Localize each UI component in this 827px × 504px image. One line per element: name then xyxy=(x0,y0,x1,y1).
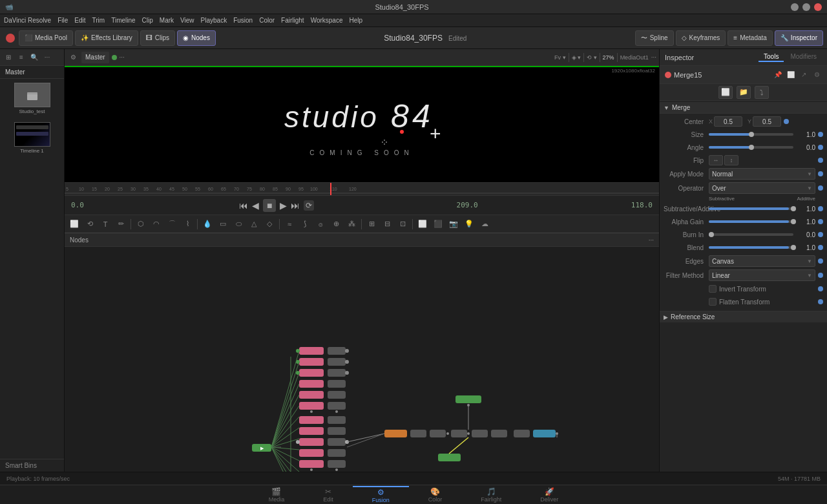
path-tool[interactable]: ⌾ xyxy=(313,217,328,231)
menu-davinci[interactable]: DaVinci Resolve xyxy=(4,17,51,24)
nav-edit[interactable]: ✂ Edit xyxy=(304,487,353,503)
spline-btn[interactable]: 〜 Spline xyxy=(635,30,674,46)
operator-dot[interactable] xyxy=(818,185,823,191)
blend-dot[interactable] xyxy=(818,245,823,250)
connect-tool[interactable]: ⟆ xyxy=(298,217,312,231)
merge-section-header[interactable]: ▼ Merge xyxy=(660,102,827,114)
nav-color[interactable]: 🎨 Color xyxy=(409,487,462,503)
paint-tool[interactable]: ✏ xyxy=(114,217,128,231)
3d-tool[interactable]: ⬜ xyxy=(415,217,430,231)
more-btn[interactable]: ··· xyxy=(41,52,53,63)
fog-tool[interactable]: ☁ xyxy=(477,217,492,231)
apply-mode-dot[interactable] xyxy=(818,171,823,176)
flip-h-btn[interactable]: ↔ xyxy=(709,155,723,165)
viewer-out-more[interactable]: ··· xyxy=(651,54,656,61)
inspector-modifiers-tab[interactable]: Modifiers xyxy=(785,52,822,62)
menu-file[interactable]: File xyxy=(58,17,68,24)
media-item-timeline[interactable]: Timeline 1 xyxy=(0,118,64,158)
viewer-zoom-label[interactable]: 27% xyxy=(603,54,614,61)
text-tool[interactable]: T xyxy=(98,217,112,231)
camera-tool[interactable]: 📷 xyxy=(446,217,461,231)
close-btn[interactable] xyxy=(814,3,822,11)
keyframes-btn[interactable]: ◇ Keyframes xyxy=(676,30,726,46)
rect-tool[interactable]: ▭ xyxy=(216,217,230,231)
inspector-transform-icon1[interactable]: ⬜ xyxy=(718,86,733,99)
tracker-tool[interactable]: ⊕ xyxy=(329,217,343,231)
inspector-export-btn[interactable]: ↗ xyxy=(799,70,809,80)
color-tool[interactable]: 💧 xyxy=(200,217,215,231)
menu-fairlight[interactable]: Fairlight xyxy=(281,17,304,24)
flatten-dot[interactable] xyxy=(818,299,823,304)
ruler-tool[interactable]: ⊟ xyxy=(380,217,394,231)
menu-fusion[interactable]: Fusion xyxy=(233,17,253,24)
paint-stroke-tool[interactable]: ⌇ xyxy=(180,217,194,231)
apply-mode-dropdown[interactable]: Normal ▼ xyxy=(709,168,815,180)
inspector-scroll[interactable]: ▼ Merge Center X Y S xyxy=(660,101,827,472)
inspector-transform-icon2[interactable]: 📁 xyxy=(737,86,751,99)
flatten-checkbox[interactable] xyxy=(709,298,717,306)
filter-method-dot[interactable] xyxy=(818,273,823,278)
invert-dot[interactable] xyxy=(818,286,823,291)
menu-color[interactable]: Color xyxy=(259,17,275,24)
inspector-transform-icon3[interactable]: ⤵ xyxy=(755,86,769,99)
viewer-settings-icon[interactable]: ⚙ xyxy=(67,52,79,63)
select-tool[interactable]: ⬜ xyxy=(67,217,81,231)
particle-tool[interactable]: ⁂ xyxy=(344,217,359,231)
media-item-studio[interactable]: Studio_test xyxy=(0,79,64,118)
sub-add-dot[interactable] xyxy=(818,206,823,211)
clips-btn[interactable]: 🎞 Clips xyxy=(140,30,175,46)
stop-btn[interactable]: ■ xyxy=(263,199,276,212)
menu-trim[interactable]: Trim xyxy=(92,17,105,24)
overlay-tool[interactable]: ⊡ xyxy=(395,217,410,231)
center-dot[interactable] xyxy=(784,119,789,124)
metadata-btn[interactable]: ≡ Metadata xyxy=(728,30,773,46)
polygon-tool[interactable]: ⬡ xyxy=(134,217,148,231)
menu-workspace[interactable]: Workspace xyxy=(311,17,343,24)
inspector-copy-btn[interactable]: ⬜ xyxy=(786,70,796,80)
nav-fairlight[interactable]: 🎵 Fairlight xyxy=(461,487,521,503)
edges-dot[interactable] xyxy=(818,258,823,264)
menu-edit[interactable]: Edit xyxy=(74,17,85,24)
invert-checkbox[interactable] xyxy=(709,285,717,293)
merge-3d-tool[interactable]: ⬛ xyxy=(431,217,445,231)
list-view-btn[interactable]: ≡ xyxy=(16,52,27,63)
transform-tool[interactable]: ⟲ xyxy=(83,217,97,231)
size-dot[interactable] xyxy=(818,132,823,137)
bezier-tool[interactable]: ◠ xyxy=(149,217,163,231)
nodes-btn[interactable]: ◉ Nodes xyxy=(177,30,216,46)
grid-tool[interactable]: ⊞ xyxy=(364,217,379,231)
inspector-settings-btn[interactable]: ⚙ xyxy=(811,70,822,80)
menu-mark[interactable]: Mark xyxy=(160,17,174,24)
burn-in-dot[interactable] xyxy=(818,232,823,237)
center-x-input[interactable] xyxy=(714,116,742,127)
effects-library-btn[interactable]: ✨ Effects Library xyxy=(75,30,138,46)
filter-method-dropdown[interactable]: Linear ▼ xyxy=(709,269,815,281)
go-end-btn[interactable]: ⏭ xyxy=(291,200,300,211)
operator-dropdown[interactable]: Over ▼ xyxy=(709,182,815,194)
grid-view-btn[interactable]: ⊞ xyxy=(3,52,14,63)
triangle-tool[interactable]: △ xyxy=(247,217,261,231)
angle-dot[interactable] xyxy=(818,145,823,150)
bspline-tool[interactable]: ⌒ xyxy=(165,217,179,231)
menu-timeline[interactable]: Timeline xyxy=(111,17,135,24)
inspector-tools-tab[interactable]: Tools xyxy=(759,52,784,62)
flip-dot[interactable] xyxy=(818,158,823,163)
viewer-more-btn[interactable]: ··· xyxy=(120,54,125,61)
nav-media[interactable]: 🎬 Media xyxy=(249,487,304,503)
media-pool-btn[interactable]: ⬛ Media Pool xyxy=(19,30,73,46)
light-tool[interactable]: 💡 xyxy=(462,217,476,231)
search-btn[interactable]: 🔍 xyxy=(28,52,40,63)
ellipse-tool[interactable]: ⬭ xyxy=(231,217,246,231)
nodes-more-btn[interactable]: ··· xyxy=(649,236,654,244)
diamond-tool[interactable]: ◇ xyxy=(262,217,277,231)
maximize-btn[interactable] xyxy=(802,3,810,11)
nodes-canvas[interactable]: ▶ xyxy=(65,247,659,472)
flip-v-btn[interactable]: ↕ xyxy=(724,155,738,165)
prev-frame-btn[interactable]: ◀ xyxy=(252,200,259,211)
go-start-btn[interactable]: ⏮ xyxy=(239,200,248,211)
reference-size-section[interactable]: ▶ Reference Size xyxy=(660,311,827,322)
edges-dropdown[interactable]: Canvas ▼ xyxy=(709,255,815,267)
alpha-gain-dot[interactable] xyxy=(818,219,823,224)
warp-tool[interactable]: ≈ xyxy=(282,217,297,231)
menu-clip[interactable]: Clip xyxy=(142,17,153,24)
